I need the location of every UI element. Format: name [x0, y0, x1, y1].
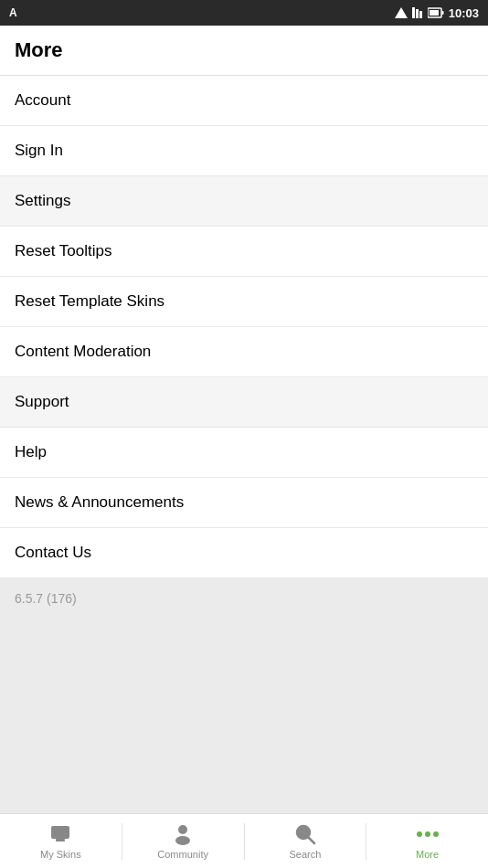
nav-item-my-skins[interactable]: My Skins	[0, 814, 122, 868]
menu-item-label-contact-us: Contact Us	[15, 544, 91, 562]
signal-icon	[395, 7, 408, 18]
svg-rect-2	[416, 9, 419, 18]
menu-item-label-reset-tooltips: Reset Tooltips	[15, 242, 111, 260]
menu-item-label-content-moderation: Content Moderation	[15, 343, 151, 361]
svg-rect-1	[412, 7, 415, 18]
nav-item-search[interactable]: Search	[245, 814, 366, 868]
menu-item-label-help: Help	[15, 443, 47, 461]
svg-rect-5	[430, 10, 439, 16]
menu-item-label-settings: Settings	[15, 192, 70, 210]
nav-item-label-more: More	[416, 849, 439, 860]
status-bar: A 10:03	[0, 0, 488, 26]
nav-item-label-my-skins: My Skins	[40, 849, 81, 860]
page-title: More	[0, 26, 488, 76]
menu-item-account[interactable]: Account	[0, 76, 488, 126]
version-text: 6.5.7 (176)	[0, 578, 488, 813]
search-icon	[293, 822, 317, 846]
menu-item-reset-tooltips[interactable]: Reset Tooltips	[0, 227, 488, 277]
menu-item-label-support: Support	[15, 393, 69, 411]
bottom-nav: My Skins Community Search More	[0, 813, 488, 868]
nav-item-label-community: Community	[157, 849, 208, 860]
menu-item-label-news-announcements: News & Announcements	[15, 493, 184, 512]
menu-item-content-moderation[interactable]: Content Moderation	[0, 327, 488, 377]
menu-item-help[interactable]: Help	[0, 428, 488, 478]
my-skins-icon	[48, 822, 72, 846]
svg-point-10	[178, 825, 187, 834]
community-icon	[171, 822, 195, 846]
svg-line-13	[308, 838, 314, 844]
menu-item-label-reset-template-skins: Reset Template Skins	[15, 292, 164, 311]
status-bar-left: A	[9, 6, 17, 19]
status-bar-right: 10:03	[395, 6, 479, 20]
menu-item-reset-template-skins[interactable]: Reset Template Skins	[0, 277, 488, 327]
more-dots-icon	[417, 822, 439, 846]
a-icon: A	[9, 6, 17, 19]
svg-point-11	[175, 836, 190, 845]
menu-list: AccountSign InSettingsReset TooltipsRese…	[0, 76, 488, 578]
svg-rect-9	[54, 829, 67, 836]
main-content: More AccountSign InSettingsReset Tooltip…	[0, 26, 488, 813]
svg-marker-0	[395, 7, 408, 18]
svg-rect-6	[441, 11, 443, 15]
menu-item-label-sign-in: Sign In	[15, 142, 63, 160]
menu-item-support[interactable]: Support	[0, 377, 488, 428]
svg-rect-3	[419, 11, 422, 18]
battery-icon	[428, 7, 444, 18]
nav-item-community[interactable]: Community	[122, 814, 244, 868]
menu-item-contact-us[interactable]: Contact Us	[0, 528, 488, 578]
wifi-icon	[412, 7, 423, 18]
menu-item-settings[interactable]: Settings	[0, 176, 488, 227]
menu-item-sign-in[interactable]: Sign In	[0, 126, 488, 176]
menu-item-news-announcements[interactable]: News & Announcements	[0, 478, 488, 528]
menu-item-label-account: Account	[15, 91, 70, 110]
nav-item-label-search: Search	[289, 849, 321, 860]
nav-item-more[interactable]: More	[366, 814, 488, 868]
status-time: 10:03	[449, 6, 479, 20]
svg-rect-8	[56, 839, 65, 842]
